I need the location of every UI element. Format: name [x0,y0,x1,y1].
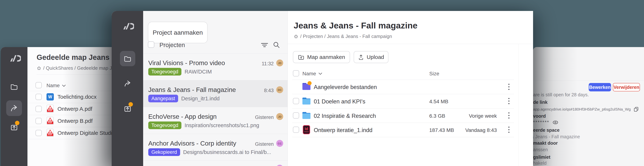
upload-button[interactable]: Upload [354,51,388,63]
search-icon[interactable] [272,41,280,49]
select-all-checkbox[interactable] [293,70,299,77]
breadcrumb[interactable]: / QuickShares / Gedeelde map Jeans [36,65,122,71]
chevron-down-icon [318,73,322,75]
table-row[interactable]: Id INDD Ontwerp iteratie_1.indd 187.43 M… [288,123,518,137]
table-row[interactable]: 01 Doelen and KPI's 4.54 MB [288,94,518,108]
project-title: Jeans & Jeans - Fall magazine [148,86,236,93]
row-checkbox[interactable] [293,127,299,133]
avatar [276,165,283,166]
uploads-nav-icon[interactable] [10,123,18,132]
delete-share-button[interactable]: Verwijderen [613,83,640,91]
row-modified: Vorige week [460,113,497,119]
row-menu-kebab-icon[interactable] [505,83,512,91]
created-by-value: anssen [533,147,548,152]
select-all-checkbox[interactable] [36,82,42,88]
project-time: 8:43 [264,88,274,93]
breadcrumb[interactable]: / Projecten / Jeans & Jeans - Fall campa… [294,34,392,39]
app-logo [8,54,21,62]
breadcrumb-text: / QuickShares / Gedeelde map Jeans [43,65,122,71]
avatar: DC [276,86,283,93]
folders-nav-active[interactable] [120,51,135,66]
row-checkbox[interactable] [36,118,42,124]
create-project-button[interactable]: Project aanmaken [148,22,208,43]
uploads-notification-dot [128,102,133,106]
row-checkbox[interactable] [36,94,42,100]
project-list-item[interactable]: Viral Visions - Promo video 11:32 JD Toe… [143,53,288,80]
share-expiry-note: are is still open for 28 days. [533,92,589,97]
projects-select-all-checkbox[interactable] [148,41,154,48]
avatar: CC [276,140,283,147]
project-list-item[interactable]: Anchor Advisors - Corp identity Gisteren… [143,134,288,161]
row-name: 01 Doelen and KPI's [314,98,366,105]
row-checkbox[interactable] [293,98,299,104]
row-checkbox[interactable] [293,112,299,119]
row-name: Ontwerp iteratie_1.indd [314,127,372,134]
word-file-icon: W [46,93,54,101]
edit-share-button[interactable]: Bewerken [589,83,611,91]
share-nav-icon [10,104,18,113]
project-list-item-selected[interactable]: Jeans & Jeans - Fall magazine 8:43 DC Aa… [143,80,288,107]
quickshares-nav-active[interactable] [6,100,22,116]
row-checkbox[interactable] [36,106,42,112]
pdf-file-icon: PDF [47,129,54,137]
shared-space-value: & Jeans - Fall magazine [533,134,580,139]
table-row[interactable]: Aangeleverde bestanden [288,80,518,94]
project-list-item-partial[interactable] [143,161,288,166]
projects-sidebar [112,11,143,166]
row-size: 6.3 GB [429,113,445,119]
file-name: Ontwerp A.pdf [58,106,92,112]
row-size: 4.54 MB [429,99,448,104]
limit-label: gslimiet [533,155,550,160]
avatar: JD [276,113,283,120]
project-time: Gisteren [255,141,274,147]
row-checkbox[interactable] [36,130,42,136]
projects-window: Project aanmaken Projecten Viral Visions… [112,11,533,166]
status-badge: Toegevoegd [148,68,182,76]
page-title: Gedeelde map Jeans [36,53,110,62]
share-details-panel: Bewerken Verwijderen are is still open f… [533,47,644,166]
project-path: Designs/businesscards.ai to Final/b... [183,149,271,155]
project-list-item[interactable]: EchoVerse - App design Gisteren JD Toege… [143,107,288,134]
breadcrumb-text: / Projecten / Jeans & Jeans - Fall campa… [300,34,392,39]
folder-content-pane: Jeans & Jeans - Fall magazine / Projecte… [288,11,533,166]
row-menu-kebab-icon[interactable] [505,97,512,105]
password-row: ******* [533,120,558,125]
row-name: 02 Inspiratie & Research [314,113,376,119]
folders-nav-icon[interactable] [10,83,18,91]
projects-section-label: Projecten [160,42,185,49]
copy-icon[interactable] [634,106,639,112]
status-badge: Toegevoegd [148,121,182,129]
file-name: Ontwerp B.pdf [58,118,93,124]
project-title: Viral Visions - Promo video [148,59,225,67]
share-nav-icon[interactable] [124,79,132,88]
home-icon [36,66,41,71]
project-path: RAW/DCIM [184,69,212,75]
created-by-label: maakt door [533,141,558,146]
eye-icon[interactable] [552,120,558,125]
row-menu-kebab-icon[interactable] [505,126,512,134]
size-column-header[interactable]: Size [429,71,439,77]
folders-nav-icon [124,54,132,63]
chevron-down-icon [62,84,66,87]
table-row[interactable]: 02 Inspiratie & Research 6.3 GB Vorige w… [288,108,518,123]
password-masked-value: ******* [533,120,549,125]
pdf-file-icon: PDF [47,105,54,113]
project-time: 11:32 [262,61,274,67]
pdf-file-icon: PDF [47,117,54,125]
shared-space-label: eerde space [533,128,560,133]
name-column-header[interactable]: Name [46,83,66,88]
password-label: voord [533,113,546,119]
upload-icon [358,54,364,60]
row-size: 187.43 MB [429,127,454,133]
filter-icon[interactable] [260,42,269,48]
file-name: Toelichting.docx [58,94,96,100]
name-column-header[interactable]: Name [302,71,322,77]
create-folder-button[interactable]: Map aanmaken [293,51,350,63]
app-logo [121,22,134,30]
uploads-nav-icon[interactable] [124,105,132,113]
blue-folder-icon [302,98,310,104]
share-link-row: app.agencydrive.io/qs#180Hf3H5bPZw_p6sg2… [533,106,639,112]
folder-plus-icon [298,54,304,60]
share-link-url[interactable]: app.agencydrive.io/qs#180Hf3H5bPZw_p6sg2… [533,107,631,111]
row-menu-kebab-icon[interactable] [505,112,512,119]
